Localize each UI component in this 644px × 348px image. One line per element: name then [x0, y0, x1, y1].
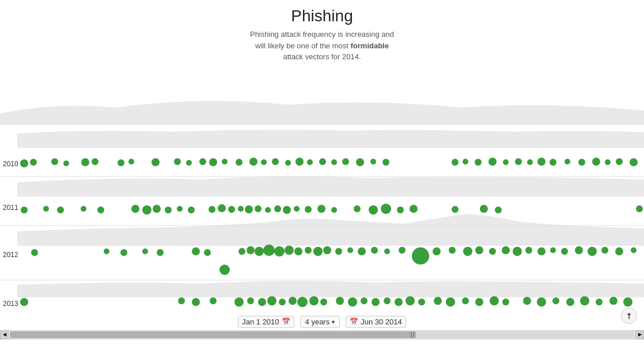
- compass-icon: ↗: [623, 310, 635, 322]
- svg-point-22: [331, 159, 337, 165]
- page-title: Phishing: [0, 7, 644, 25]
- svg-point-135: [372, 298, 380, 306]
- svg-point-136: [384, 297, 391, 304]
- svg-point-68: [369, 205, 378, 215]
- svg-point-13: [222, 159, 228, 165]
- compass-button[interactable]: ↗: [621, 308, 637, 324]
- start-date-value: Jan 1 2010: [242, 318, 279, 326]
- svg-point-99: [384, 248, 390, 254]
- svg-point-138: [406, 296, 415, 305]
- svg-point-10: [186, 160, 192, 166]
- svg-point-151: [596, 299, 603, 305]
- svg-point-44: [43, 206, 49, 212]
- svg-point-126: [267, 296, 276, 305]
- svg-point-67: [354, 205, 361, 212]
- svg-point-56: [228, 206, 235, 213]
- svg-point-33: [527, 159, 533, 165]
- end-date-picker[interactable]: 📅 Jun 30 2014: [346, 316, 406, 328]
- svg-point-62: [283, 206, 291, 214]
- svg-point-81: [157, 249, 164, 256]
- duration-value: 4 years: [305, 318, 330, 326]
- scroll-right-btn[interactable]: ▶: [635, 330, 644, 339]
- scrollbar-container[interactable]: ◀ ▶: [0, 330, 644, 339]
- svg-point-144: [490, 296, 499, 305]
- svg-point-63: [294, 206, 300, 212]
- end-calendar-icon: 📅: [350, 318, 358, 326]
- svg-point-148: [552, 297, 559, 304]
- svg-point-37: [578, 159, 585, 166]
- svg-point-101: [412, 247, 429, 265]
- svg-point-12: [209, 158, 217, 166]
- svg-point-88: [263, 244, 275, 256]
- svg-point-29: [475, 159, 482, 166]
- svg-point-115: [601, 247, 608, 254]
- svg-point-41: [630, 158, 638, 166]
- svg-point-25: [370, 159, 376, 165]
- svg-point-147: [537, 297, 546, 307]
- svg-point-31: [503, 159, 509, 165]
- svg-point-128: [289, 297, 297, 305]
- svg-point-122: [210, 297, 217, 304]
- svg-point-73: [480, 205, 488, 213]
- svg-point-74: [495, 206, 502, 213]
- end-date-value: Jun 30 2014: [361, 318, 402, 326]
- svg-point-149: [566, 298, 574, 306]
- svg-point-80: [142, 248, 148, 254]
- svg-point-92: [305, 247, 312, 254]
- svg-point-124: [247, 297, 254, 304]
- svg-point-114: [588, 247, 597, 256]
- duration-dropdown[interactable]: 4 years ▾: [300, 316, 340, 328]
- svg-point-48: [131, 205, 139, 213]
- svg-point-96: [347, 247, 353, 253]
- svg-point-102: [433, 247, 441, 255]
- svg-point-16: [261, 159, 267, 165]
- svg-point-77: [31, 249, 38, 256]
- svg-point-90: [285, 246, 294, 255]
- svg-point-24: [356, 158, 364, 166]
- svg-point-86: [247, 246, 255, 254]
- svg-point-143: [475, 298, 483, 306]
- svg-point-95: [335, 248, 342, 255]
- svg-point-26: [382, 159, 389, 166]
- scroll-left-btn[interactable]: ◀: [0, 330, 9, 339]
- svg-point-142: [462, 297, 469, 304]
- svg-point-104: [463, 247, 472, 256]
- svg-point-46: [81, 206, 86, 212]
- svg-point-8: [151, 158, 160, 166]
- svg-point-133: [348, 297, 357, 307]
- svg-point-2: [51, 158, 58, 165]
- svg-point-140: [434, 297, 442, 305]
- svg-point-34: [537, 158, 545, 166]
- svg-point-93: [313, 247, 323, 256]
- svg-point-64: [305, 206, 312, 213]
- svg-point-132: [336, 297, 344, 305]
- svg-point-35: [550, 159, 556, 166]
- start-date-picker[interactable]: Jan 1 2010 📅: [238, 316, 294, 328]
- scrollbar-thumb[interactable]: [10, 331, 416, 338]
- svg-point-112: [561, 248, 568, 255]
- svg-point-121: [192, 298, 200, 306]
- svg-point-21: [319, 158, 326, 165]
- svg-point-43: [21, 206, 28, 213]
- svg-point-55: [218, 204, 226, 212]
- left-arrow-icon: ◀: [3, 332, 6, 337]
- svg-point-23: [342, 158, 349, 165]
- svg-point-145: [502, 299, 509, 305]
- scrollbar-track[interactable]: [10, 331, 634, 338]
- svg-point-87: [255, 247, 264, 256]
- svg-point-130: [309, 296, 319, 305]
- svg-point-85: [238, 248, 245, 255]
- svg-point-59: [255, 205, 262, 212]
- svg-point-137: [395, 298, 403, 306]
- svg-point-83: [204, 249, 211, 256]
- svg-point-98: [371, 247, 378, 254]
- svg-point-39: [605, 159, 611, 165]
- svg-point-30: [488, 158, 497, 166]
- svg-point-1: [30, 159, 37, 166]
- svg-point-82: [192, 247, 200, 255]
- svg-point-129: [297, 297, 308, 307]
- svg-point-152: [609, 297, 618, 305]
- svg-point-45: [57, 206, 64, 213]
- svg-point-97: [358, 247, 366, 255]
- svg-point-9: [174, 158, 181, 165]
